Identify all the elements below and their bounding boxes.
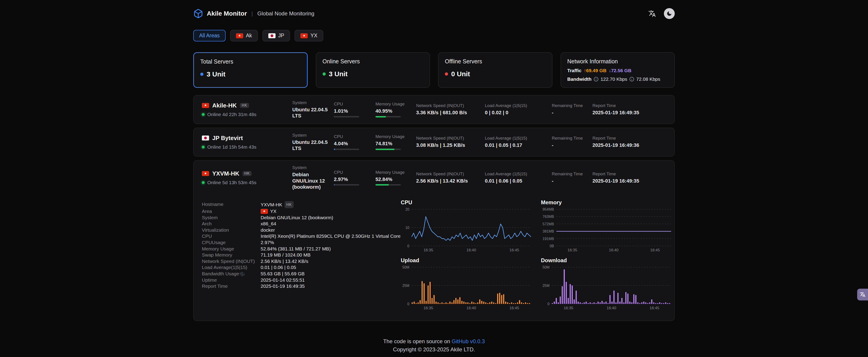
server-name: Akile-HK [212,102,237,109]
filter-ak[interactable]: Ak [230,30,258,41]
svg-text:10: 10 [405,226,409,230]
card-title: Offline Servers [445,58,546,65]
server-row-yxvm-hk[interactable]: YXVM-HK HK Online 5d 13h 53m 45s SystemD… [193,160,675,321]
network-information-card: Network Information Traffic ↑69.49 GB ↓7… [561,52,675,88]
info-report-time: Report Time2025-01-19 16:49:35 [202,283,401,289]
hk-flag-icon [260,209,268,214]
page: Akile Monitor | Global Node Monitoring [0,0,868,357]
svg-text:191MB: 191MB [542,237,554,240]
hk-flag-icon [202,171,209,176]
download-chart: Download 025M50M16:3516:4016:45 [541,257,673,310]
dark-mode-toggle[interactable] [664,8,675,19]
area-filters: All Areas Ak JP YX [193,30,675,41]
system-cell: SystemUbuntu 22.04.5 LTS [292,100,334,119]
topbar: Akile Monitor | Global Node Monitoring [193,0,675,19]
info-cpu-usage: CPUUsage2.97% [202,239,401,246]
filter-jp[interactable]: JP [262,30,290,41]
svg-text:0: 0 [407,302,409,306]
online-status-dot [202,146,205,148]
svg-text:16:45: 16:45 [509,248,519,252]
offline-servers-card[interactable]: Offline Servers 0 Unit [438,52,553,88]
footer-text: The code is open source on [383,338,450,344]
bandwidth-up-icon: ↑ [594,77,598,82]
status-text: Online 1d 15h 54m 43s [207,144,256,150]
info-uptime: Uptime2025-01-14 02:55:51 [202,277,401,283]
hk-flag-icon [301,33,308,38]
online-servers-value: 3 Unit [329,70,348,78]
server-info-list: Hostname YXVM-HKHK Area YX SystemDebian … [202,199,401,310]
online-status-dot [202,113,205,116]
svg-text:381MB: 381MB [542,229,554,233]
svg-text:25M: 25M [402,284,409,288]
info-bandwidth-usage: Bandwidth Usage↑|↓55.63 GB | 55.69 GB [202,271,401,277]
svg-text:763MB: 763MB [542,215,554,218]
stat-cards: Total Servers 3 Unit Online Servers 3 Un… [193,52,675,88]
region-badge: HK [285,201,293,208]
footer: The code is open source on GitHub v0.0.3… [193,338,675,357]
svg-text:50M: 50M [542,265,550,269]
cpu-progress-bar [334,116,359,117]
online-status-dot [202,181,205,184]
github-link[interactable]: GitHub v0.0.3 [452,338,485,344]
app-subtitle: Global Node Monitoring [257,10,314,17]
offline-servers-value: 0 Unit [451,70,470,78]
server-detail-panel: Hostname YXVM-HKHK Area YX SystemDebian … [194,195,674,321]
svg-text:16:35: 16:35 [424,248,433,252]
online-dot-icon [322,72,326,76]
hk-flag-icon [202,103,209,108]
cpu-progress-bar [334,184,359,185]
brand: Akile Monitor | Global Node Monitoring [193,9,314,19]
memory-chart: Memory 954MB763MB572MB381MB191MB0B16:351… [541,199,673,253]
filter-label: YX [310,33,317,39]
bandwidth-down-icon: ↓ [629,77,634,82]
memory-progress-bar [375,149,401,150]
server-row-jp-bytevirt[interactable]: JP Bytevirt Online 1d 15h 54m 43s System… [193,128,675,156]
svg-text:572MB: 572MB [542,222,554,226]
card-title: Network Information [567,58,668,65]
online-servers-card[interactable]: Online Servers 3 Unit [316,52,430,88]
load-cell: Load Average (1|5|15)0 | 0.02 | 0 [485,103,552,116]
info-cpu: CPUIntel(R) Xeon(R) Platinum 8259CL CPU … [202,233,401,239]
filter-label: Ak [246,33,252,39]
filter-all-areas[interactable]: All Areas [193,30,225,41]
server-name: JP Bytevirt [212,135,243,142]
info-load-average: Load Average(1|5|15)0.01 | 0.06 | 0.05 [202,264,401,271]
total-servers-value: 3 Unit [207,70,225,78]
info-virtualization: Virtualizationdocker [202,227,401,233]
info-area: Area YX [202,208,401,214]
traffic-line: Traffic ↑69.49 GB ↓72.56 GB [567,68,668,73]
chart-title: CPU [401,199,533,206]
svg-text:16:35: 16:35 [424,306,433,310]
brand-divider: | [251,10,253,17]
charts-grid: CPU 0102016:3516:4016:45 Memory 954MB763… [401,199,673,310]
app-logo-cube-icon [193,9,203,19]
server-name: YXVM-HK [212,170,239,177]
filter-label: All Areas [199,33,220,39]
name-cell: JP Bytevirt Online 1d 15h 54m 43s [202,135,292,150]
region-badge: HK [240,103,249,108]
network-cell: Network Speed (IN|OUT)3.36 KB/s | 681.00… [416,103,485,116]
translate-icon[interactable] [647,8,657,19]
svg-text:25M: 25M [542,284,550,288]
info-system: SystemDebian GNU/Linux 12 (bookworm) [202,214,401,221]
svg-text:50M: 50M [402,265,409,269]
chart-title: Memory [541,199,673,206]
bandwidth-down-value: 72.08 Kbps [636,77,660,82]
system-cell: SystemUbuntu 22.04.5 LTS [292,133,334,152]
server-row-akile-hk[interactable]: Akile-HK HK Online 4d 22h 31m 48s System… [193,95,675,124]
bandwidth-up-value: 122.70 Kbps [600,77,627,82]
footer-copyright: Copyright © 2023-2025 Akile LTD. [193,346,675,353]
info-swap-memory: Swap Memory71.19 MB / 1024.00 MB [202,252,401,258]
total-servers-card[interactable]: Total Servers 3 Unit [193,52,308,88]
network-cell: Network Speed (IN|OUT)2.56 KB/s | 13.42 … [416,172,485,184]
chart-title: Upload [401,257,533,264]
floating-translate-button[interactable] [857,289,868,300]
info-network-speed: Network Speed (IN|OUT)2.56 KB/s | 13.42 … [202,258,401,265]
svg-text:16:45: 16:45 [650,248,660,252]
offline-dot-icon [445,72,448,76]
filter-yx[interactable]: YX [294,30,323,41]
cpu-cell: CPU1.01% [334,101,375,117]
svg-text:0B: 0B [550,244,554,248]
jp-flag-icon [202,136,209,141]
memory-cell: Memory Usage52.84% [375,170,416,186]
